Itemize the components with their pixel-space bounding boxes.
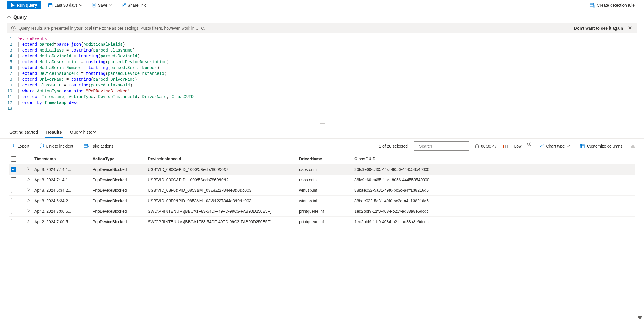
time-range-label: Last 30 days	[54, 3, 77, 8]
table-row[interactable]: Apr 8, 2024 6:34:2... PnpDeviceBlocked U…	[9, 196, 635, 206]
take-actions-label: Take actions	[91, 144, 113, 148]
row-expander[interactable]	[23, 209, 34, 213]
cell-action: PnpDeviceBlocked	[93, 167, 148, 172]
timer-value: 00:00.47	[481, 144, 497, 148]
link-incident-button[interactable]: Link to incident	[37, 142, 75, 150]
chevron-down-icon	[79, 4, 82, 6]
link-incident-label: Link to incident	[46, 144, 73, 148]
query-toolbar: Run query Last 30 days Save Share link C…	[0, 0, 644, 12]
code-area[interactable]: DeviceEvents | extend parsed=parse_json(…	[17, 36, 194, 111]
row-checkbox[interactable]	[11, 209, 16, 214]
stopwatch-icon	[475, 144, 479, 148]
info-icon[interactable]: i	[527, 142, 531, 146]
cell-guid: 88bae032-5a81-49f0-bc3d-a4ff138216d6	[354, 188, 633, 193]
col-timestamp[interactable]: Timestamp	[34, 157, 93, 161]
cell-driver: usbstor.inf	[299, 167, 354, 172]
save-icon	[92, 3, 96, 8]
query-section-title: Query	[13, 15, 27, 20]
info-icon	[11, 26, 16, 31]
results-toolbar: Export Link to incident Take actions 1 o…	[0, 139, 644, 154]
select-all-checkbox[interactable]	[11, 156, 16, 162]
cell-guid: 36fc9e60-c465-11cf-8056-444553540000	[354, 167, 633, 172]
tab-results[interactable]: Results	[45, 128, 62, 138]
cell-guid: 1ed2bbf9-11f0-4084-b21f-ad83a8e6dcdc	[354, 209, 633, 214]
create-detection-rule-label: Create detection rule	[597, 3, 635, 8]
take-actions-icon	[84, 144, 89, 148]
results-table: Timestamp ActionType DeviceInstanceId Dr…	[0, 154, 644, 227]
cell-driver: printqueue.inf	[299, 209, 354, 214]
customize-columns-button[interactable]: Customize columns	[578, 142, 625, 150]
row-checkbox[interactable]	[11, 188, 16, 193]
kql-editor[interactable]: 12345678910111213 DeviceEvents | extend …	[7, 33, 637, 123]
col-action[interactable]: ActionType	[93, 157, 148, 161]
save-label: Save	[98, 3, 107, 8]
take-actions-button[interactable]: Take actions	[81, 142, 116, 150]
create-detection-rule-button[interactable]: Create detection rule	[588, 1, 637, 9]
chart-type-label: Chart type	[546, 144, 565, 148]
share-icon	[121, 3, 126, 8]
row-expander[interactable]	[23, 188, 34, 192]
row-expander[interactable]	[23, 198, 34, 203]
run-query-label: Run query	[17, 3, 37, 8]
table-row[interactable]: Apr 8, 2024 7:14:1... PnpDeviceBlocked U…	[9, 175, 635, 185]
close-info-button[interactable]	[627, 26, 633, 31]
chart-line-icon	[540, 144, 544, 148]
scroll-up-button[interactable]	[631, 145, 635, 148]
svg-rect-0	[49, 4, 52, 7]
chevron-up-icon	[7, 16, 11, 19]
cell-guid: 1ed2bbf9-11f0-4084-b21f-ad83a8e6dcdc	[354, 219, 633, 224]
shield-icon	[40, 143, 44, 149]
row-expander[interactable]	[23, 178, 34, 182]
cell-driver: printqueue.inf	[299, 219, 354, 224]
share-link-button[interactable]: Share link	[119, 1, 148, 9]
query-section-header[interactable]: Query	[0, 12, 644, 23]
save-button[interactable]: Save	[89, 1, 114, 9]
table-row[interactable]: Apr 2, 2024 7:00:5... PnpDeviceBlocked S…	[9, 206, 635, 217]
row-checkbox[interactable]	[11, 219, 16, 224]
col-device[interactable]: DeviceInstanceId	[148, 157, 299, 161]
tab-query-history[interactable]: Query history	[70, 128, 97, 138]
cell-timestamp: Apr 8, 2024 7:14:1...	[34, 178, 93, 182]
search-input[interactable]	[418, 143, 471, 149]
row-expander[interactable]	[23, 167, 34, 171]
cell-timestamp: Apr 8, 2024 7:14:1...	[34, 167, 93, 172]
svg-rect-23	[580, 144, 584, 148]
cell-device: USB\VID_090C&PID_1000\5&ecb7860&0&2	[148, 178, 299, 182]
chevron-down-icon	[109, 4, 112, 6]
col-driver[interactable]: DriverName	[299, 157, 354, 161]
export-button[interactable]: Export	[9, 142, 31, 150]
timezone-info-bar: Query results are presented in your loca…	[7, 23, 637, 33]
calendar-icon	[48, 3, 53, 8]
timezone-info-text: Query results are presented in your loca…	[19, 26, 205, 31]
cell-driver: usbstor.inf	[299, 178, 354, 182]
cell-action: PnpDeviceBlocked	[93, 198, 148, 203]
play-icon	[11, 3, 15, 7]
run-query-button[interactable]: Run query	[7, 1, 41, 9]
row-checkbox[interactable]	[11, 198, 16, 203]
tab-getting-started[interactable]: Getting started	[9, 128, 38, 138]
detection-rule-icon	[590, 3, 595, 8]
row-checkbox[interactable]	[11, 177, 16, 182]
cell-device: USB\VID_03F0&PID_0853&MI_03\6&227844e3&0…	[148, 198, 299, 203]
cell-timestamp: Apr 2, 2024 7:00:5...	[34, 209, 93, 214]
cell-timestamp: Apr 8, 2024 6:34:2...	[34, 188, 93, 193]
table-row[interactable]: Apr 8, 2024 7:14:1... PnpDeviceBlocked U…	[9, 164, 635, 175]
time-range-button[interactable]: Last 30 days	[46, 1, 84, 9]
table-row[interactable]: Apr 8, 2024 6:34:2... PnpDeviceBlocked U…	[9, 185, 635, 196]
query-timer: 00:00.47	[475, 144, 497, 148]
row-checkbox[interactable]	[11, 167, 16, 172]
result-tabs: Getting started Results Query history	[0, 125, 644, 139]
customize-columns-label: Customize columns	[587, 144, 622, 148]
table-row[interactable]: Apr 2, 2024 7:00:5... PnpDeviceBlocked S…	[9, 217, 635, 227]
cell-driver: winusb.inf	[299, 198, 354, 203]
cell-action: PnpDeviceBlocked	[93, 219, 148, 224]
cell-action: PnpDeviceBlocked	[93, 188, 148, 193]
dismiss-info-link[interactable]: Don't want to see it again	[574, 26, 623, 31]
cell-device: SWD\PRINTENUM\{BBCA1F83-54DF-49FD-99C3-F…	[148, 219, 299, 224]
pane-splitter[interactable]	[0, 123, 644, 125]
chart-type-button[interactable]: Chart type	[537, 142, 572, 150]
svg-rect-16	[84, 144, 88, 147]
results-search[interactable]	[414, 141, 469, 151]
row-expander[interactable]	[23, 219, 34, 224]
col-guid[interactable]: ClassGUID	[354, 157, 633, 161]
